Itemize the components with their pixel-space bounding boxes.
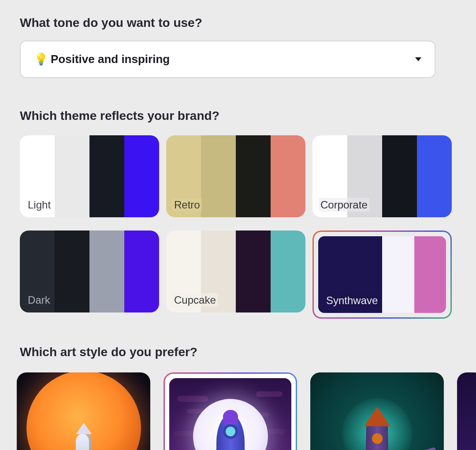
color-swatch: [382, 236, 414, 313]
theme-option-dark[interactable]: Dark: [20, 231, 159, 312]
theme-label: Light: [26, 198, 52, 212]
theme-option-cupcake[interactable]: Cupcake: [166, 231, 305, 312]
art-style-row: [17, 372, 476, 450]
color-swatch: [201, 135, 236, 217]
art-style-realistic[interactable]: [17, 372, 150, 450]
art-style-lowpoly[interactable]: [310, 372, 444, 450]
color-swatch: [124, 135, 159, 217]
tone-selected-label: Positive and inspiring: [51, 52, 170, 66]
theme-label: Retro: [172, 198, 202, 212]
art-style-flat[interactable]: [164, 372, 297, 450]
theme-grid: LightRetroCorporateDarkCupcakeSynthwave: [20, 135, 459, 319]
theme-option-corporate[interactable]: Corporate: [312, 135, 452, 217]
color-swatch: [271, 231, 305, 312]
color-swatch: [124, 231, 159, 312]
theme-option-light[interactable]: Light: [20, 135, 159, 217]
color-swatch: [55, 231, 89, 312]
color-swatch: [382, 135, 417, 217]
theme-label: Corporate: [319, 198, 369, 212]
tone-heading: What tone do you want to use?: [20, 16, 459, 30]
color-swatch: [236, 135, 271, 217]
theme-option-synthwave[interactable]: Synthwave: [312, 231, 452, 319]
theme-label: Dark: [26, 293, 52, 307]
color-swatch: [414, 236, 446, 313]
art-heading: Which art style do you prefer?: [20, 345, 459, 359]
color-swatch: [89, 135, 124, 217]
color-swatch: [55, 135, 89, 217]
theme-heading: Which theme reflects your brand?: [20, 109, 459, 123]
color-swatch: [236, 231, 271, 312]
theme-label: Cupcake: [172, 293, 218, 307]
theme-option-retro[interactable]: Retro: [166, 135, 305, 217]
theme-label: Synthwave: [324, 294, 379, 307]
chevron-down-icon: [415, 57, 421, 61]
lightbulb-icon: 💡: [34, 52, 48, 66]
tone-dropdown[interactable]: 💡 Positive and inspiring: [20, 41, 435, 78]
color-swatch: [89, 231, 124, 312]
color-swatch: [271, 135, 305, 217]
art-style-more[interactable]: [457, 372, 476, 450]
color-swatch: [417, 135, 452, 217]
